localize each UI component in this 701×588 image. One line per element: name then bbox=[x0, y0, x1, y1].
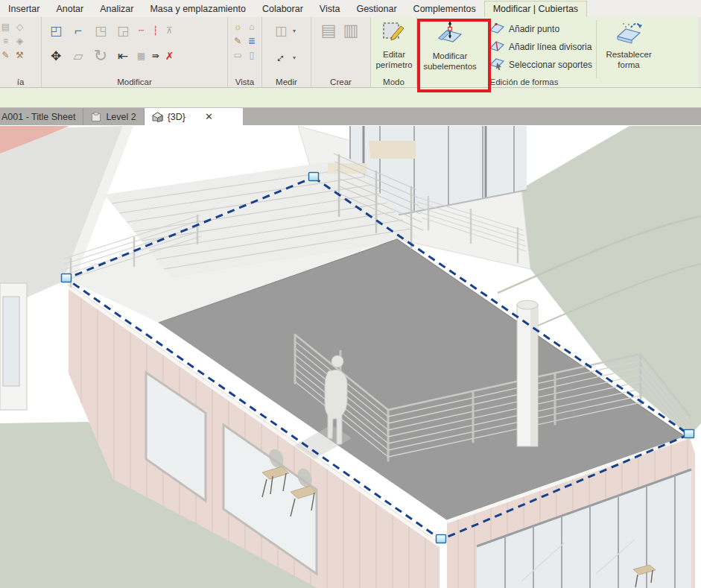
panel-label-medir: Medir bbox=[262, 78, 311, 86]
chevron-down-icon[interactable]: ▾ bbox=[293, 28, 296, 34]
modify-subelements-label-1: Modificar bbox=[433, 51, 468, 61]
measure-arrow-icon[interactable]: ↕ bbox=[274, 51, 288, 64]
add-split-line-label: Añadir línea divisoria bbox=[509, 42, 591, 52]
tab-anotar[interactable]: Anotar bbox=[48, 1, 92, 17]
duplicate-boxes-icon[interactable]: ▤ bbox=[317, 19, 340, 42]
options-bar bbox=[0, 88, 701, 108]
cope-icon[interactable]: ⌐ bbox=[67, 19, 89, 42]
panel-label-crear: Crear bbox=[311, 78, 370, 86]
rotate-icon[interactable]: ↻ bbox=[89, 45, 112, 67]
view-tab-label: Level 2 bbox=[106, 112, 136, 122]
tab-gestionar[interactable]: Gestionar bbox=[348, 1, 405, 17]
tab-vista[interactable]: Vista bbox=[311, 1, 349, 17]
view-tab-bar: A001 - Title Sheet Level 2 {3D} ✕ bbox=[0, 108, 701, 125]
view-tab-level2[interactable]: Level 2 bbox=[83, 108, 144, 125]
panel-label-partial: ía bbox=[0, 78, 41, 86]
wood-landing bbox=[369, 141, 416, 159]
render-icon[interactable]: ⌂ bbox=[245, 19, 259, 34]
tab-insertar[interactable]: Insertar bbox=[0, 1, 48, 17]
unpin-icon[interactable]: ⊼ bbox=[162, 24, 177, 38]
ribbon: ▤ ◇ ≡ ◈ ✎ ⚒ ía ◰ ⌐ ◳ ◲ ┄ ┆ ⊼ bbox=[0, 17, 701, 88]
array-icon[interactable]: ▦ bbox=[134, 49, 148, 63]
wood-landing bbox=[328, 163, 367, 174]
hammer-icon[interactable]: ⚒ bbox=[13, 48, 27, 62]
vertex-handle[interactable] bbox=[309, 173, 319, 181]
panel-modo: Editar perímetro Modo bbox=[371, 17, 417, 87]
pick-supports-button[interactable]: Seleccionar soportes bbox=[489, 56, 592, 74]
add-point-button[interactable]: Añadir punto bbox=[489, 20, 592, 38]
lines-icon[interactable]: ≡ bbox=[0, 34, 13, 48]
cube-icon[interactable]: ◇ bbox=[13, 19, 27, 34]
offset-icon[interactable]: ⇛ bbox=[148, 49, 162, 63]
vertex-handle[interactable] bbox=[437, 535, 446, 543]
reset-shape-button[interactable]: Restablecer forma bbox=[600, 17, 657, 81]
reset-shape-label-1: Restablecer bbox=[606, 49, 651, 60]
add-point-icon bbox=[489, 21, 505, 37]
chimney bbox=[517, 300, 538, 446]
panel-partial: ▤ ◇ ≡ ◈ ✎ ⚒ ía bbox=[0, 17, 42, 87]
reset-shape-label-2: forma bbox=[618, 60, 639, 70]
pick-supports-label: Seleccionar soportes bbox=[509, 60, 592, 70]
vertex-handle[interactable] bbox=[685, 430, 694, 438]
panel-crear: ▤ ▥ Crear bbox=[311, 17, 371, 87]
modify-subelements-button[interactable]: Modificar subelementos bbox=[417, 17, 483, 81]
split-with-gap-icon[interactable]: ┆ bbox=[148, 24, 162, 38]
wall-join-icon[interactable]: ◰ bbox=[45, 19, 67, 42]
drawing-area[interactable] bbox=[0, 125, 701, 588]
add-split-line-icon bbox=[489, 39, 505, 55]
add-split-line-button[interactable]: Añadir línea divisoria bbox=[489, 38, 592, 56]
add-point-label: Añadir punto bbox=[509, 24, 559, 34]
visibility-icon[interactable]: ≣ bbox=[245, 34, 259, 48]
panel-label-vista: Vista bbox=[228, 78, 261, 86]
edit-boundary-label-2: perímetro bbox=[375, 60, 412, 70]
panel-medir: ◫ ▾ ↕ ▾ Medir bbox=[262, 17, 311, 87]
modify-subelements-icon bbox=[436, 20, 464, 48]
sheet-icon bbox=[91, 112, 101, 122]
revit-window: { "ribbon_tabs": { "items": [ {"label": … bbox=[0, 0, 701, 588]
reveal-icon[interactable]: ▯ bbox=[245, 48, 259, 62]
view-tab-title-sheet[interactable]: A001 - Title Sheet bbox=[0, 108, 83, 125]
view-tab-label: A001 - Title Sheet bbox=[1, 112, 75, 122]
split-element-icon[interactable]: ┄ bbox=[134, 24, 148, 38]
edit-boundary-button[interactable]: Editar perímetro bbox=[371, 17, 417, 81]
ribbon-tab-bar: Insertar Anotar Analizar Masa y emplazam… bbox=[0, 0, 701, 17]
reset-shape-icon bbox=[615, 20, 643, 47]
view-tab-label: {3D} bbox=[168, 112, 185, 122]
paste-icon[interactable]: ▤ bbox=[0, 19, 13, 34]
tab-colaborar[interactable]: Colaborar bbox=[254, 1, 311, 17]
panel-label-modificar: Modificar bbox=[42, 78, 227, 86]
panel-separator bbox=[596, 20, 597, 78]
copy-icon[interactable]: ▱ bbox=[67, 45, 89, 67]
pencil-icon[interactable]: ✎ bbox=[0, 48, 13, 62]
vertex-handle[interactable] bbox=[62, 274, 72, 282]
view-tab-3d[interactable]: {3D} ✕ bbox=[145, 108, 243, 125]
tab-modificar-cubiertas[interactable]: Modificar | Cubiertas bbox=[484, 1, 587, 17]
panel-label-edicion-formas: Edición de formas bbox=[417, 78, 631, 86]
panel-edicion-formas: Modificar subelementos Añadir punto bbox=[417, 17, 698, 87]
component-icon[interactable]: ◈ bbox=[13, 34, 27, 48]
lightbulb-icon[interactable]: ☼ bbox=[231, 19, 245, 34]
brush-icon[interactable]: ✎ bbox=[231, 34, 245, 48]
close-icon[interactable]: ✕ bbox=[205, 111, 213, 122]
move-icon[interactable]: ✥ bbox=[45, 45, 67, 67]
cut-geometry-icon[interactable]: ◳ bbox=[89, 19, 112, 42]
legend-boxes-icon[interactable]: ▥ bbox=[340, 19, 362, 42]
tab-masa-emplazamiento[interactable]: Masa y emplazamiento bbox=[142, 1, 254, 17]
hide-box-icon[interactable]: ▭ bbox=[231, 48, 245, 62]
home-3d-icon bbox=[152, 112, 163, 122]
left-door-glass bbox=[3, 297, 19, 386]
3d-view bbox=[0, 125, 701, 588]
panel-modificar: ◰ ⌐ ◳ ◲ ┄ ┆ ⊼ ✥ ▱ ↻ ⇤ ▦ ⇛ ✗ Modificar bbox=[42, 17, 228, 87]
chevron-down-icon[interactable]: ▾ bbox=[293, 54, 296, 61]
pick-supports-icon bbox=[489, 57, 505, 73]
edit-boundary-icon bbox=[381, 20, 407, 47]
panel-vista: ☼ ⌂ ✎ ≣ ▭ ▯ Vista bbox=[228, 17, 262, 87]
panel-label-modo: Modo bbox=[371, 78, 416, 86]
cube-ruler-icon[interactable]: ◫ bbox=[270, 19, 292, 42]
align-icon[interactable]: ⇤ bbox=[112, 45, 134, 67]
tab-complementos[interactable]: Complementos bbox=[405, 1, 484, 17]
apply-coping-icon[interactable]: ◲ bbox=[112, 19, 134, 42]
edit-boundary-label-1: Editar bbox=[383, 49, 405, 60]
tab-analizar[interactable]: Analizar bbox=[92, 1, 142, 17]
delete-icon[interactable]: ✗ bbox=[162, 49, 177, 63]
